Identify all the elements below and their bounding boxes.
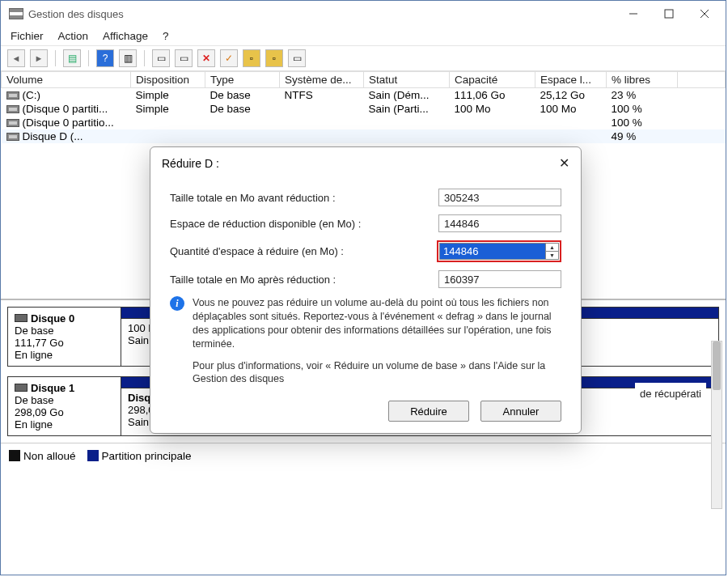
info-icon: i bbox=[170, 296, 184, 311]
properties-button[interactable]: ▥ bbox=[119, 49, 137, 67]
cell: (C:) bbox=[23, 89, 41, 101]
back-button[interactable] bbox=[7, 49, 25, 67]
table-row[interactable]: (C:) Simple De base NTFS Sain (Dém... 11… bbox=[2, 88, 726, 103]
cell: 49 % bbox=[607, 129, 678, 143]
help-button[interactable]: ? bbox=[96, 49, 114, 67]
menu-help[interactable]: ? bbox=[163, 30, 169, 42]
info-row-2: Pour plus d'informations, voir « Réduire… bbox=[193, 359, 561, 387]
tool-button-2[interactable]: ▭ bbox=[175, 49, 193, 67]
cell bbox=[535, 129, 607, 143]
table-row[interactable]: Disque D (... 49 % bbox=[2, 129, 726, 143]
legend-swatch-primary bbox=[87, 450, 99, 461]
close-button[interactable] bbox=[687, 2, 722, 25]
dialog-titlebar: Réduire D : ✕ bbox=[150, 147, 581, 177]
disk-info: Disque 1 De base 298,09 Go En ligne bbox=[8, 377, 121, 435]
col-volume[interactable]: Volume bbox=[2, 72, 131, 88]
window-title: Gestion des disques bbox=[28, 8, 616, 20]
cell: NTFS bbox=[280, 88, 364, 103]
cell: Disque D (... bbox=[23, 130, 83, 142]
cell bbox=[131, 129, 205, 143]
field-row-total-after: Taille totale en Mo après réduction : 16… bbox=[170, 270, 561, 288]
spinner-down-icon[interactable]: ▼ bbox=[546, 252, 558, 259]
vertical-scrollbar[interactable] bbox=[711, 341, 722, 509]
menu-view[interactable]: Affichage bbox=[103, 30, 148, 42]
cell: Simple bbox=[131, 102, 205, 116]
legend-label: Partition principale bbox=[102, 450, 192, 462]
table-row[interactable]: (Disque 0 partiti... Simple De base Sain… bbox=[2, 102, 726, 116]
table-row[interactable]: (Disque 0 partitio... 100 % bbox=[2, 116, 726, 129]
volume-icon bbox=[6, 119, 19, 127]
label: Taille totale en Mo après réduction : bbox=[170, 274, 438, 286]
spinner-up-icon[interactable]: ▲ bbox=[546, 244, 558, 252]
menu-action[interactable]: Action bbox=[58, 30, 89, 42]
delete-button[interactable]: ✕ bbox=[197, 49, 215, 67]
value-total-after: 160397 bbox=[438, 270, 561, 288]
cell: Simple bbox=[131, 88, 205, 103]
spinner-buttons[interactable]: ▲▼ bbox=[546, 243, 559, 260]
disk-type: De base bbox=[15, 325, 114, 337]
cell bbox=[131, 116, 205, 129]
cell: 23 % bbox=[607, 88, 678, 103]
shrink-amount-spinner[interactable]: ▲▼ bbox=[439, 243, 559, 260]
cancel-button[interactable]: Annuler bbox=[480, 401, 561, 422]
cell bbox=[450, 116, 535, 129]
cell: 25,12 Go bbox=[535, 88, 607, 103]
label: Espace de réduction disponible (en Mo) : bbox=[170, 218, 438, 230]
dialog-title: Réduire D : bbox=[162, 157, 559, 170]
cell bbox=[364, 129, 450, 143]
tool-button-4[interactable]: ▫ bbox=[243, 49, 260, 67]
dialog-buttons: Réduire Annuler bbox=[150, 397, 581, 422]
col-free[interactable]: Espace l... bbox=[535, 72, 607, 88]
tool-button-3[interactable]: ✓ bbox=[220, 49, 238, 67]
field-row-total-before: Taille totale en Mo avant réduction : 30… bbox=[170, 189, 561, 206]
menu-file[interactable]: Fichier bbox=[11, 30, 44, 42]
cell bbox=[280, 129, 364, 143]
maximize-button[interactable] bbox=[651, 2, 687, 25]
cell: 100 % bbox=[607, 116, 678, 129]
menubar: Fichier Action Affichage ? bbox=[1, 27, 726, 46]
info-row-1: i Vous ne pouvez pas réduire un volume a… bbox=[170, 296, 561, 351]
show-hide-tree-button[interactable]: ▤ bbox=[63, 49, 81, 67]
main-window: Gestion des disques Fichier Action Affic… bbox=[0, 0, 726, 575]
forward-button[interactable] bbox=[30, 49, 48, 67]
col-pctfree[interactable]: % libres bbox=[607, 72, 678, 88]
disk-size: 111,77 Go bbox=[15, 337, 114, 349]
cell: 100 % bbox=[607, 102, 678, 116]
cell bbox=[364, 116, 450, 129]
cell: (Disque 0 partitio... bbox=[23, 117, 114, 129]
col-type[interactable]: Type bbox=[205, 72, 280, 88]
disk-size: 298,09 Go bbox=[15, 406, 114, 418]
col-capacity[interactable]: Capacité bbox=[450, 72, 535, 88]
svg-rect-1 bbox=[665, 10, 673, 18]
col-fs[interactable]: Système de... bbox=[280, 72, 364, 88]
label: Quantité d'espace à réduire (en Mo) : bbox=[170, 245, 437, 257]
scrollbar-thumb[interactable] bbox=[713, 342, 721, 390]
shrink-dialog: Réduire D : ✕ Taille totale en Mo avant … bbox=[150, 146, 582, 434]
cell bbox=[280, 116, 364, 129]
dialog-close-button[interactable]: ✕ bbox=[559, 155, 569, 171]
shrink-button[interactable]: Réduire bbox=[388, 401, 469, 422]
cell: 111,06 Go bbox=[450, 88, 535, 103]
tool-button-1[interactable]: ▭ bbox=[152, 49, 170, 67]
col-status[interactable]: Statut bbox=[364, 72, 450, 88]
cell: (Disque 0 partiti... bbox=[23, 103, 108, 115]
cell bbox=[450, 129, 535, 143]
titlebar: Gestion des disques bbox=[1, 1, 726, 27]
disk-type: De base bbox=[15, 394, 114, 406]
disk-state: En ligne bbox=[15, 418, 114, 431]
legend: Non alloué Partition principale bbox=[1, 443, 726, 467]
cell: De base bbox=[205, 102, 280, 116]
disk-state: En ligne bbox=[15, 349, 114, 361]
cell: 100 Mo bbox=[450, 102, 535, 116]
cell bbox=[205, 116, 280, 129]
info-text: Vous ne pouvez pas réduire un volume au-… bbox=[193, 296, 561, 351]
tool-button-6[interactable]: ▭ bbox=[288, 49, 306, 67]
value-available: 144846 bbox=[438, 214, 561, 232]
shrink-amount-input[interactable] bbox=[439, 243, 546, 260]
legend-label: Non alloué bbox=[23, 450, 76, 462]
volume-icon bbox=[6, 105, 19, 113]
col-layout[interactable]: Disposition bbox=[131, 72, 205, 88]
minimize-button[interactable] bbox=[616, 2, 651, 25]
tool-button-5[interactable]: ▫ bbox=[265, 49, 283, 67]
field-row-shrink-amount: Quantité d'espace à réduire (en Mo) : ▲▼ bbox=[170, 240, 561, 262]
